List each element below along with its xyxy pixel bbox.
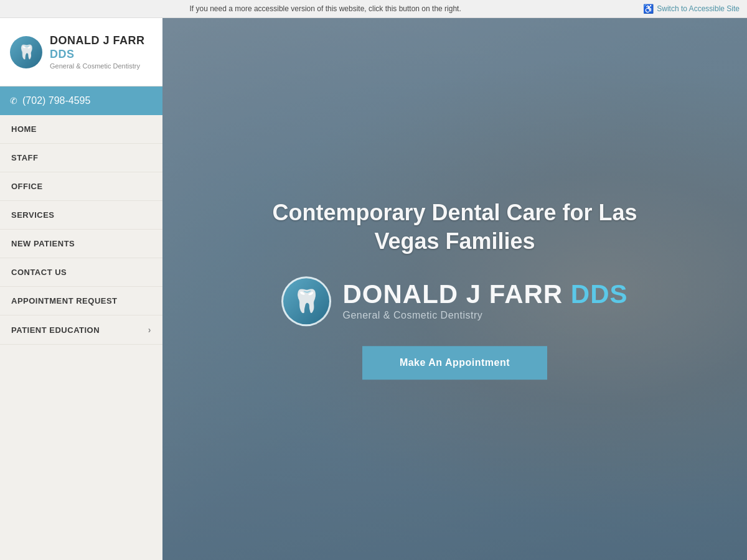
brand-tooth-icon: 🦷	[293, 288, 321, 314]
make-appointment-button[interactable]: Make An Appointment	[362, 346, 547, 380]
nav-item-label: STAFF	[11, 153, 38, 162]
phone-number: (702) 798-4595	[22, 95, 90, 106]
nav-item-label: OFFICE	[11, 182, 43, 191]
nav-item-home[interactable]: HOME	[0, 115, 162, 144]
nav-item-services[interactable]: SERVICES	[0, 201, 162, 230]
switch-label: Switch to Accessible Site	[657, 4, 740, 13]
brand-name: DONALD J FARR DDS	[342, 281, 627, 307]
phone-icon: ✆	[10, 96, 17, 106]
accessibility-message: If you need a more accessible version of…	[7, 4, 643, 13]
hero-area: Contemporary Dental Care for Las Vegas F…	[162, 18, 747, 560]
logo-dds: DDS	[50, 48, 75, 60]
logo-text: DONALD J FARR DDS General & Cosmetic Den…	[50, 34, 153, 70]
nav-item-label: APPOINTMENT REQUEST	[11, 296, 118, 306]
nav-item-patient-education[interactable]: PATIENT EDUCATION›	[0, 315, 162, 345]
logo-tagline: General & Cosmetic Dentistry	[50, 62, 153, 70]
logo-icon: 🦷	[10, 36, 42, 68]
nav-item-label: PATIENT EDUCATION	[11, 325, 100, 335]
wheelchair-icon: ♿	[643, 4, 654, 14]
sidebar: 🦷 DONALD J FARR DDS General & Cosmetic D…	[0, 18, 162, 560]
brand-dds: DDS	[571, 279, 628, 309]
brand-name-text: DONALD J FARR	[342, 279, 563, 309]
nav-item-new-patients[interactable]: NEW PATIENTS	[0, 230, 162, 258]
hero-content: Contemporary Dental Care for Las Vegas F…	[243, 198, 667, 380]
hero-title: Contemporary Dental Care for Las Vegas F…	[243, 198, 667, 257]
logo-name-text: DONALD J FARR	[50, 34, 145, 47]
logo-name: DONALD J FARR DDS	[50, 34, 153, 61]
nav-item-office[interactable]: OFFICE	[0, 172, 162, 201]
logo-area: 🦷 DONALD J FARR DDS General & Cosmetic D…	[0, 18, 162, 86]
nav-item-label: CONTACT US	[11, 268, 67, 277]
hero-brand: 🦷 DONALD J FARR DDS General & Cosmetic D…	[243, 276, 667, 326]
nav-item-staff[interactable]: STAFF	[0, 144, 162, 172]
tooth-icon: 🦷	[18, 44, 35, 60]
phone-bar[interactable]: ✆ (702) 798-4595	[0, 86, 162, 115]
nav-menu: HOMESTAFFOFFICESERVICESNEW PATIENTSCONTA…	[0, 115, 162, 560]
brand-logo-circle: 🦷	[281, 276, 331, 326]
nav-item-label: HOME	[11, 124, 37, 134]
switch-accessible-button[interactable]: ♿ Switch to Accessible Site	[643, 4, 740, 14]
chevron-right-icon: ›	[148, 325, 151, 335]
accessibility-bar: If you need a more accessible version of…	[0, 0, 747, 18]
brand-tagline: General & Cosmetic Dentistry	[342, 310, 627, 321]
brand-text: DONALD J FARR DDS General & Cosmetic Den…	[342, 281, 627, 321]
main-layout: 🦷 DONALD J FARR DDS General & Cosmetic D…	[0, 18, 747, 560]
nav-item-contact-us[interactable]: CONTACT US	[0, 258, 162, 287]
nav-item-label: SERVICES	[11, 210, 55, 220]
nav-item-label: NEW PATIENTS	[11, 239, 75, 248]
nav-item-appointment-request[interactable]: APPOINTMENT REQUEST	[0, 287, 162, 315]
